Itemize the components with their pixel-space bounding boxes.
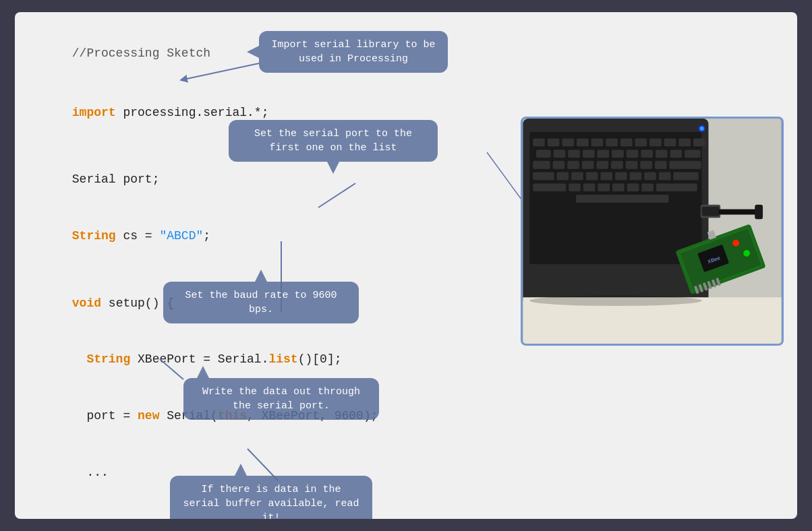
svg-rect-17 (649, 138, 662, 146)
svg-rect-48 (630, 173, 642, 181)
svg-rect-44 (571, 173, 583, 181)
svg-rect-14 (606, 138, 618, 146)
svg-rect-35 (582, 161, 594, 169)
list-rest: ()[0]; (298, 352, 342, 366)
string-end: ; (203, 229, 210, 243)
ellipsis-1: ... (28, 445, 784, 501)
tooltip-write-data: Write the data out through the serial po… (183, 378, 379, 420)
list-highlight: list (268, 352, 297, 366)
svg-rect-39 (640, 161, 652, 169)
string-rest: cs = (116, 229, 160, 243)
new-keyword: new (138, 409, 159, 423)
svg-rect-42 (533, 173, 554, 181)
svg-rect-25 (597, 150, 609, 158)
tooltip-3-arrow-up (255, 270, 267, 282)
svg-rect-15 (620, 138, 633, 146)
svg-rect-21 (536, 150, 551, 158)
main-container: //Processing Sketch import processing.se… (15, 12, 797, 519)
svg-rect-62 (702, 207, 720, 216)
svg-rect-19 (678, 138, 691, 146)
svg-rect-60 (576, 195, 669, 203)
svg-rect-11 (562, 138, 574, 146)
tooltip-4-arrow-up (197, 366, 209, 378)
string-keyword-2: String (72, 352, 130, 366)
svg-rect-58 (641, 183, 654, 191)
svg-rect-33 (553, 161, 565, 169)
port-assign: port = (72, 409, 138, 423)
svg-rect-51 (673, 173, 698, 181)
svg-rect-23 (568, 150, 580, 158)
tooltip-import: Import serial library to be used in Proc… (259, 31, 448, 73)
import-rest: processing.serial.*; (116, 106, 269, 119)
svg-rect-27 (627, 150, 639, 158)
string-value: "ABCD" (159, 229, 203, 243)
svg-rect-20 (693, 138, 705, 146)
svg-rect-50 (659, 173, 671, 181)
tooltip-baud-rate: Set the baud rate to 9600 bps. (163, 282, 359, 323)
svg-rect-10 (548, 138, 560, 146)
svg-point-81 (529, 295, 701, 306)
svg-rect-52 (533, 183, 566, 191)
svg-rect-9 (533, 138, 545, 146)
svg-rect-40 (655, 161, 667, 169)
svg-rect-57 (627, 183, 639, 191)
svg-rect-16 (635, 138, 647, 146)
comment-text: //Processing Sketch (72, 46, 210, 60)
svg-rect-28 (641, 150, 653, 158)
svg-rect-64 (755, 205, 763, 220)
svg-rect-30 (670, 150, 683, 158)
svg-rect-13 (591, 138, 604, 146)
svg-rect-29 (656, 150, 668, 158)
tooltip-1-arrow (247, 46, 259, 58)
string-keyword: String (72, 229, 116, 243)
void-keyword-1: void (72, 296, 109, 310)
svg-rect-26 (612, 150, 624, 158)
svg-point-79 (700, 127, 704, 131)
setup-fn: setup (109, 296, 145, 310)
tooltip-5-arrow-up (235, 464, 247, 476)
tooltip-serial-port: Set the serial port to the first one on … (229, 120, 438, 162)
svg-rect-38 (626, 161, 638, 169)
svg-rect-36 (596, 161, 608, 169)
svg-rect-12 (577, 138, 589, 146)
tooltip-read-data: If there is data in the serial buffer av… (170, 476, 372, 519)
port-new-line: port = new Serial(this, XBeePort, 9600); (28, 388, 784, 445)
svg-rect-56 (612, 183, 625, 191)
xbee-illustration: XBee (523, 119, 782, 344)
import-keyword: import (72, 106, 116, 119)
svg-rect-41 (670, 161, 701, 169)
serial-port-text: Serial port; (72, 173, 160, 186)
svg-rect-54 (583, 183, 596, 191)
svg-rect-18 (664, 138, 676, 146)
xbee-photo: XBee (521, 117, 784, 346)
svg-rect-46 (600, 173, 612, 181)
svg-rect-32 (533, 161, 550, 169)
svg-rect-47 (615, 173, 627, 181)
svg-rect-45 (586, 173, 598, 181)
svg-rect-55 (598, 183, 610, 191)
close-brace-1: } (28, 501, 784, 519)
svg-rect-24 (583, 150, 595, 158)
xbee-port-rest: XBeePort = Serial. (130, 352, 268, 366)
svg-rect-59 (656, 183, 697, 191)
svg-rect-31 (685, 150, 701, 158)
svg-rect-37 (611, 161, 623, 169)
tooltip-2-arrow-down (327, 162, 339, 174)
svg-rect-43 (557, 173, 569, 181)
svg-rect-63 (718, 210, 758, 215)
svg-rect-53 (569, 183, 581, 191)
svg-rect-22 (554, 150, 566, 158)
svg-rect-34 (567, 161, 579, 169)
svg-rect-49 (644, 173, 656, 181)
